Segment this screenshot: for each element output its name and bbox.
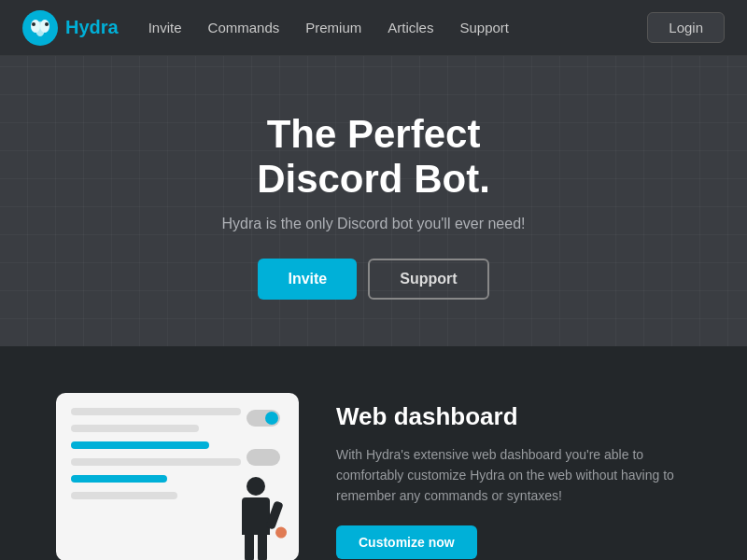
login-button[interactable]: Login [647,12,725,43]
hero-subtitle: Hydra is the only Discord bot you'll eve… [222,216,526,232]
dash-toggle-2 [247,449,280,466]
hero-invite-button[interactable]: Invite [258,259,357,300]
dash-toggle-1 [247,410,280,427]
figure-body [242,497,270,535]
feature-text: Web dashboard With Hydra's extensive web… [336,393,691,559]
dashboard-illustration [56,393,299,560]
dash-line-teal-1 [71,441,209,449]
hero-title: The Perfect Discord Bot. [257,112,490,203]
figure-leg-left [245,535,254,560]
hero-buttons: Invite Support [258,259,488,300]
dash-line-4 [71,492,177,499]
hydra-logo [22,10,58,46]
dash-line-teal-2 [71,475,167,483]
svg-point-5 [45,22,49,26]
dash-line-2 [71,425,199,432]
nav-link-invite[interactable]: Invite [148,20,182,35]
hero-support-button[interactable]: Support [368,259,488,300]
figure-arm [265,500,284,530]
nav-link-premium[interactable]: Premium [305,20,361,35]
nav-link-support[interactable]: Support [459,20,509,35]
navbar: Hydra Invite Commands Premium Articles S… [0,0,747,56]
svg-point-3 [35,21,45,36]
customize-button[interactable]: Customize now [336,525,477,559]
brand-name: Hydra [65,17,119,38]
nav-links: Invite Commands Premium Articles Support [148,20,648,35]
hero-section: The Perfect Discord Bot. Hydra is the on… [0,56,747,346]
feature-section: Web dashboard With Hydra's extensive web… [0,346,747,560]
nav-brand[interactable]: Hydra [22,10,119,46]
svg-point-4 [32,22,35,26]
nav-link-commands[interactable]: Commands [208,20,280,35]
figure-legs [228,535,284,560]
figure-leg-right [258,535,267,560]
dash-line-1 [71,408,241,415]
dash-line-3 [71,458,241,466]
figure-head [247,477,265,496]
feature-title: Web dashboard [336,402,691,431]
feature-description: With Hydra's extensive web dashboard you… [336,444,691,507]
dashboard-figure [228,477,284,560]
nav-link-articles[interactable]: Articles [388,20,433,35]
